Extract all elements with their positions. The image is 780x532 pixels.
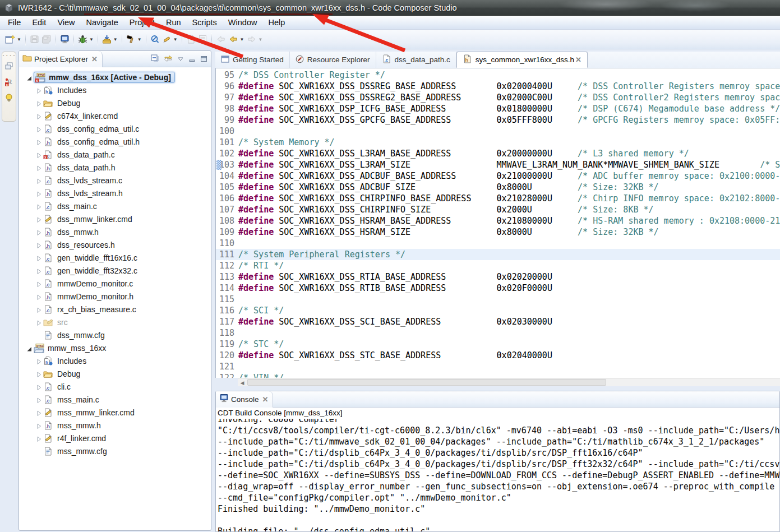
- expand-arrow-icon[interactable]: [35, 216, 42, 223]
- tree-item-r4f_linker.cmd[interactable]: r4f_linker.cmd: [19, 432, 211, 445]
- tab-project-explorer[interactable]: Project Explorer ✕: [19, 51, 103, 67]
- target-config-button[interactable]: [149, 33, 161, 45]
- register-view-button[interactable]: [185, 33, 197, 45]
- view-menu-icon[interactable]: [177, 54, 184, 64]
- collapse-arrow-icon[interactable]: [26, 345, 33, 351]
- tree-item-src[interactable]: src: [19, 316, 211, 329]
- tree-item-dss_config_edma_util.h[interactable]: .h dss_config_edma_util.h: [19, 135, 211, 148]
- tree-item-rx_ch_bias_measure.c[interactable]: .c rx_ch_bias_measure.c: [19, 303, 211, 316]
- tree-item-dss_mmw_linker.cmd[interactable]: dss_mmw_linker.cmd: [19, 212, 211, 225]
- tree-item-mss_mmw.cfg[interactable]: mss_mmw.cfg: [19, 445, 211, 457]
- save-button[interactable]: [29, 33, 40, 45]
- debug-button[interactable]: ▼: [77, 33, 95, 45]
- collapse-all-icon[interactable]: [151, 54, 159, 64]
- tree-item-mss_main.c[interactable]: .c mss_main.c: [19, 393, 211, 406]
- expand-arrow-icon[interactable]: [35, 177, 42, 184]
- expand-arrow-icon[interactable]: [35, 371, 42, 377]
- problems-view-icon[interactable]: R x: [4, 77, 13, 89]
- chevron-down-icon[interactable]: ▼: [173, 37, 178, 42]
- expand-arrow-icon[interactable]: [35, 422, 42, 429]
- tree-item-dss_data_path.c[interactable]: .c x dss_data_path.c: [19, 148, 211, 161]
- minimize-icon[interactable]: [188, 54, 196, 64]
- expand-arrow-icon[interactable]: [35, 383, 42, 390]
- scroll-left-arrow-icon[interactable]: ◀: [238, 378, 247, 387]
- expand-arrow-icon[interactable]: [35, 319, 42, 326]
- chevron-down-icon[interactable]: ▼: [17, 37, 21, 42]
- tree-item-Debug[interactable]: Debug: [19, 96, 211, 109]
- close-icon[interactable]: ✕: [91, 55, 98, 63]
- back-button[interactable]: [215, 33, 227, 45]
- expand-arrow-icon[interactable]: [35, 267, 42, 274]
- expand-arrow-icon[interactable]: [35, 435, 42, 442]
- memory-view-button[interactable]: [197, 33, 209, 45]
- tree-item-mmwDemo_monitor.h[interactable]: .h mmwDemo_monitor.h: [19, 290, 211, 303]
- menu-run[interactable]: Run: [160, 16, 187, 29]
- menu-project[interactable]: Project: [124, 16, 160, 29]
- expand-arrow-icon[interactable]: [35, 409, 42, 416]
- tree-item-mmw_dss_16xx[interactable]: RTSC x mmw_dss_16xx [Active - Debug]: [19, 71, 211, 84]
- tree-item-dss_config_edma_util.c[interactable]: .c dss_config_edma_util.c: [19, 122, 211, 135]
- tree-item-dss_lvds_stream.h[interactable]: .h dss_lvds_stream.h: [19, 187, 211, 200]
- code-editor[interactable]: 95/* DSS Controller Register */96#define…: [215, 68, 780, 378]
- expand-arrow-icon[interactable]: [35, 151, 42, 158]
- probe-button[interactable]: ▼: [161, 33, 179, 45]
- forward-button[interactable]: ▼: [246, 33, 264, 45]
- expand-arrow-icon[interactable]: [35, 280, 42, 287]
- expand-arrow-icon[interactable]: [35, 190, 42, 197]
- tree-item-dss_lvds_stream.c[interactable]: .c dss_lvds_stream.c: [19, 174, 211, 187]
- tree-item-dss_data_path.h[interactable]: .h dss_data_path.h: [19, 161, 211, 174]
- link-editor-icon[interactable]: [164, 54, 173, 64]
- chevron-down-icon[interactable]: ▼: [89, 37, 94, 42]
- expand-arrow-icon[interactable]: [35, 164, 42, 171]
- expand-arrow-icon[interactable]: [35, 113, 42, 119]
- menu-file[interactable]: File: [2, 16, 26, 29]
- tree-item-dss_mmw.cfg[interactable]: dss_mmw.cfg: [19, 329, 211, 341]
- tree-item-c674x_linker.cmd[interactable]: c674x_linker.cmd: [19, 109, 211, 122]
- flash-button[interactable]: ▼: [101, 33, 119, 45]
- tree-item-dss_mmw.h[interactable]: .h dss_mmw.h: [19, 225, 211, 238]
- expand-arrow-icon[interactable]: [35, 126, 42, 132]
- tree-item-mss_mmw_linker.cmd[interactable]: mss_mmw_linker.cmd: [19, 406, 211, 419]
- tree-item-mmwDemo_monitor.c[interactable]: .c mmwDemo_monitor.c: [19, 277, 211, 290]
- console-view-button[interactable]: [59, 33, 71, 45]
- last-edit-button[interactable]: ▼: [227, 33, 246, 45]
- tree-item-mss_mmw.h[interactable]: .h mss_mmw.h: [19, 419, 211, 432]
- new-file-button[interactable]: ▼: [4, 33, 22, 46]
- tree-item-dss_resources.h[interactable]: .h dss_resources.h: [19, 238, 211, 251]
- tree-item-Includes[interactable]: h Includes: [19, 354, 211, 367]
- menu-scripts[interactable]: Scripts: [187, 16, 223, 29]
- tree-item-dss_main.c[interactable]: .c dss_main.c: [19, 200, 211, 212]
- save-all-button[interactable]: [40, 33, 53, 45]
- chevron-down-icon[interactable]: ▼: [259, 37, 263, 42]
- tree-item-gen_twiddle_fft32x32.c[interactable]: .c gen_twiddle_fft32x32.c: [19, 264, 211, 277]
- expand-arrow-icon[interactable]: [35, 203, 42, 210]
- editor-horizontal-scrollbar[interactable]: ◀: [238, 378, 780, 386]
- menu-window[interactable]: Window: [223, 16, 263, 29]
- scrollbar-thumb[interactable]: [247, 379, 606, 386]
- editor-tab-sys_common_xwr16xx_dss.h[interactable]: h sys_common_xwr16xx_dss.h✕: [456, 52, 588, 68]
- tree-item-gen_twiddle_fft16x16.c[interactable]: .c gen_twiddle_fft16x16.c: [19, 251, 211, 264]
- editor-tab-dss_data_path.c[interactable]: .c dss_data_path.c: [376, 52, 456, 68]
- expand-arrow-icon[interactable]: [35, 242, 42, 248]
- expand-arrow-icon[interactable]: [35, 138, 42, 145]
- tree-item-Debug[interactable]: Debug: [19, 367, 211, 380]
- tree-item-Includes[interactable]: h Includes: [19, 84, 211, 96]
- chevron-down-icon[interactable]: ▼: [137, 37, 142, 42]
- restore-view-icon[interactable]: [4, 62, 13, 72]
- maximize-icon[interactable]: [200, 54, 207, 64]
- chevron-down-icon[interactable]: ▼: [113, 37, 118, 42]
- expand-arrow-icon[interactable]: [35, 255, 42, 261]
- lightbulb-icon[interactable]: [5, 94, 13, 105]
- tree-item-mmw_mss_16xx[interactable]: RTSC mmw_mss_16xx: [19, 341, 211, 354]
- expand-arrow-icon[interactable]: [35, 87, 42, 94]
- expand-arrow-icon[interactable]: [35, 100, 42, 107]
- collapse-arrow-icon[interactable]: [26, 74, 33, 81]
- drag-handle[interactable]: • • • •: [3, 54, 16, 57]
- expand-arrow-icon[interactable]: [35, 293, 42, 300]
- expand-arrow-icon[interactable]: [35, 396, 42, 403]
- build-button[interactable]: ▼: [125, 33, 143, 45]
- editor-tab-getting-started[interactable]: Getting Started: [215, 52, 290, 68]
- expand-arrow-icon[interactable]: [35, 229, 42, 235]
- tree-item-cli.c[interactable]: .c cli.c: [19, 380, 211, 393]
- expand-arrow-icon[interactable]: [35, 306, 42, 313]
